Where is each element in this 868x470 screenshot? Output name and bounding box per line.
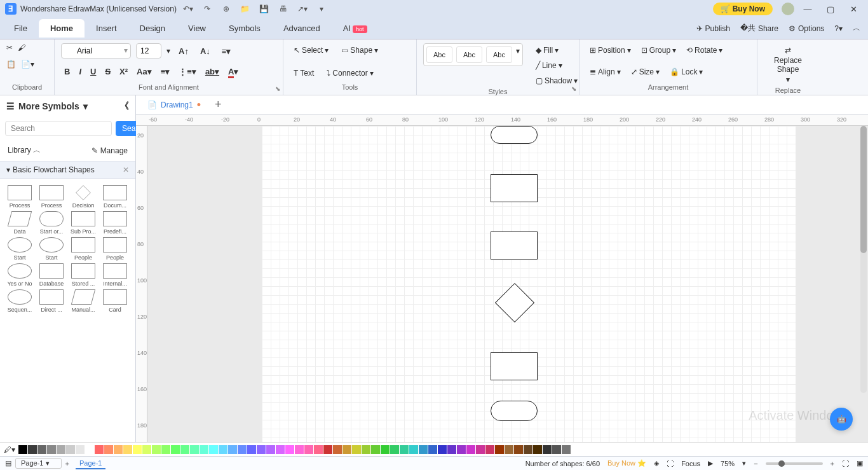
zoom-in-button[interactable]: + <box>831 460 834 467</box>
page-surface[interactable] <box>262 126 796 442</box>
shape-palette-item[interactable]: Docum... <box>99 184 131 210</box>
color-swatch[interactable] <box>266 445 275 454</box>
shape-palette-item[interactable]: Database <box>36 262 67 288</box>
canvas[interactable]: Activate Windows <box>147 126 868 442</box>
color-swatch[interactable] <box>257 445 266 454</box>
size-button[interactable]: ⤢Size▾ <box>627 65 663 79</box>
fullscreen-icon[interactable]: ⛶ <box>842 460 849 467</box>
color-swatch[interactable] <box>390 445 399 454</box>
tab-view[interactable]: View <box>177 19 217 38</box>
scrollbar-thumb[interactable] <box>860 126 867 253</box>
color-swatch[interactable] <box>152 445 161 454</box>
page-list-icon[interactable]: ▤ <box>5 459 11 467</box>
color-swatch[interactable] <box>304 445 313 454</box>
shape-palette-item[interactable]: Sub Pro... <box>67 210 99 236</box>
decrease-font-icon[interactable]: A↓ <box>197 45 214 58</box>
help-icon[interactable]: ?▾ <box>834 24 843 33</box>
color-swatch[interactable] <box>505 445 513 454</box>
tab-ai[interactable]: AIhot <box>332 19 379 38</box>
tab-advanced[interactable]: Advanced <box>272 19 332 38</box>
shape-palette-item[interactable]: Start <box>36 236 67 262</box>
redo-icon[interactable]: ↷ <box>202 4 212 14</box>
shape-palette-item[interactable]: Direct ... <box>36 288 67 314</box>
color-swatch[interactable] <box>247 445 256 454</box>
category-close-icon[interactable]: ✕ <box>123 165 129 174</box>
case-button[interactable]: Aa▾ <box>133 65 155 78</box>
color-swatch[interactable] <box>76 445 85 454</box>
color-swatch[interactable] <box>524 445 532 454</box>
undo-icon[interactable]: ↶▾ <box>183 4 193 14</box>
library-label[interactable]: Library ︿ <box>8 145 41 156</box>
add-page-button[interactable]: + <box>65 460 69 467</box>
color-swatch[interactable] <box>342 445 351 454</box>
color-swatch[interactable] <box>190 445 199 454</box>
export-icon[interactable]: ↗▾ <box>297 4 308 14</box>
cut-icon[interactable]: ✂ <box>6 43 13 52</box>
text-tool-button[interactable]: T Text <box>290 66 318 80</box>
tab-design[interactable]: Design <box>128 19 177 38</box>
zoom-level[interactable]: 75% <box>721 460 735 467</box>
copy-icon[interactable]: 📋 <box>6 60 16 69</box>
color-swatch[interactable] <box>466 445 475 454</box>
close-button[interactable]: ✕ <box>844 4 863 14</box>
share-button[interactable]: �共Share <box>740 23 778 34</box>
more-symbols-dropdown-icon[interactable]: ▾ <box>83 101 88 111</box>
layers-icon[interactable]: ◈ <box>654 459 659 467</box>
color-swatch[interactable] <box>133 445 142 454</box>
shape-palette-item[interactable]: Sequen... <box>4 288 36 314</box>
color-swatch[interactable] <box>276 445 285 454</box>
canvas-shape-terminator[interactable] <box>491 126 538 144</box>
color-swatch[interactable] <box>161 445 170 454</box>
options-button[interactable]: ⚙Options <box>789 24 824 33</box>
color-swatch[interactable] <box>219 445 227 454</box>
color-swatch[interactable] <box>66 445 75 454</box>
status-buy-now[interactable]: Buy Now ⭐ <box>607 459 646 467</box>
add-document-button[interactable]: + <box>210 98 227 111</box>
font-color-button[interactable]: A▾ <box>225 65 241 78</box>
color-swatch[interactable] <box>476 445 485 454</box>
shape-palette-item[interactable]: Predefi... <box>99 210 131 236</box>
panel-toggle-icon[interactable]: ▣ <box>857 459 863 467</box>
color-swatch[interactable] <box>495 445 504 454</box>
shape-palette-item[interactable]: Internal... <box>99 262 131 288</box>
color-swatch[interactable] <box>362 445 370 454</box>
shape-palette-item[interactable]: Start or... <box>36 210 67 236</box>
color-swatch[interactable] <box>409 445 418 454</box>
font-name-dropdown-icon[interactable]: ▾ <box>124 46 128 55</box>
format-painter-icon[interactable]: 🖌 <box>18 43 25 52</box>
color-swatch[interactable] <box>562 445 571 454</box>
maximize-button[interactable]: ▢ <box>821 4 840 14</box>
color-swatch[interactable] <box>295 445 304 454</box>
line-button[interactable]: ╱Line▾ <box>532 59 581 73</box>
color-swatch[interactable] <box>57 445 65 454</box>
save-icon[interactable]: 💾 <box>259 4 269 14</box>
document-tab[interactable]: 📄 Drawing1 • <box>141 98 207 112</box>
style-chip-1[interactable]: Abc <box>426 46 452 63</box>
collapse-ribbon-icon[interactable]: ︿ <box>853 23 860 34</box>
manage-button[interactable]: ✎ Manage <box>92 146 128 155</box>
color-swatch[interactable] <box>209 445 218 454</box>
color-swatch[interactable] <box>28 445 37 454</box>
shape-palette-item[interactable]: Card <box>99 288 131 314</box>
shape-palette-item[interactable]: Stored ... <box>67 262 99 288</box>
print-icon[interactable]: 🖶 <box>278 4 288 14</box>
shape-palette-item[interactable]: Process <box>36 184 67 210</box>
more-quick-icon[interactable]: ▾ <box>316 4 327 14</box>
fill-button[interactable]: ◆Fill▾ <box>532 43 581 57</box>
font-name-input[interactable] <box>61 43 131 59</box>
category-expand-icon[interactable]: ▾ <box>6 165 10 174</box>
underline-button[interactable]: U <box>87 65 99 78</box>
presentation-icon[interactable]: ▶ <box>708 459 713 467</box>
shape-palette-item[interactable]: Process <box>4 184 36 210</box>
bullet-button[interactable]: ⋮≡▾ <box>175 65 200 78</box>
lock-button[interactable]: 🔒Lock▾ <box>666 65 707 79</box>
canvas-shape-process[interactable] <box>491 232 538 259</box>
tab-insert[interactable]: Insert <box>85 19 128 38</box>
italic-button[interactable]: I <box>76 65 85 78</box>
canvas-shape-decision[interactable] <box>495 283 534 322</box>
style-more-icon[interactable]: ▾ <box>516 46 520 63</box>
tab-file[interactable]: File <box>3 19 39 38</box>
shape-palette-item[interactable]: Yes or No <box>4 262 36 288</box>
open-icon[interactable]: 📁 <box>240 4 250 14</box>
zoom-slider[interactable] <box>766 462 823 465</box>
